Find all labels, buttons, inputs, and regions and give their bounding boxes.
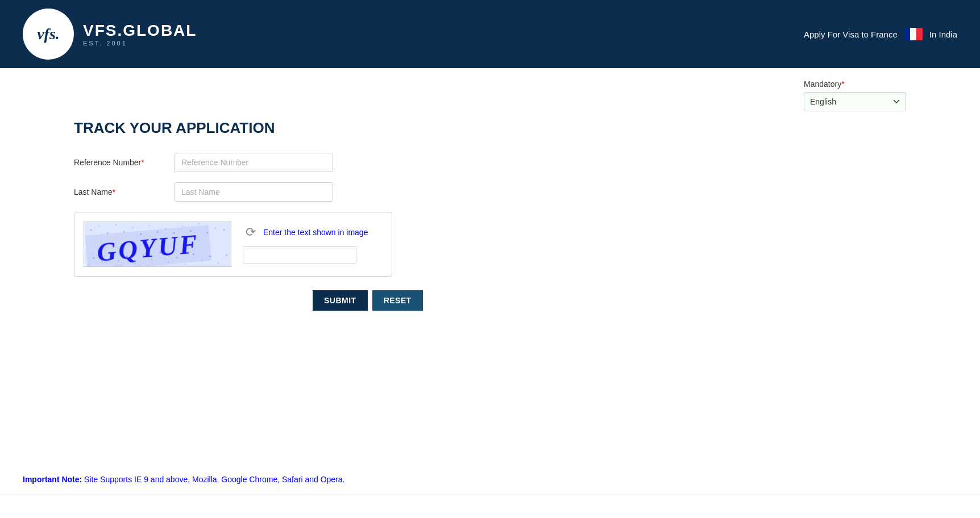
svg-point-6 [132,227,133,228]
svg-point-12 [182,225,183,227]
refresh-icon[interactable]: ⟳ [243,224,259,240]
reference-number-input[interactable] [174,153,333,172]
svg-point-31 [201,260,202,261]
svg-point-14 [198,223,200,224]
important-note-text: Site Supports IE 9 and above, Mozilla, G… [84,475,344,484]
important-note-label: Important Note: [23,475,82,484]
reference-required-star: * [141,158,144,167]
captcha-refresh-row: ⟳ Enter the text shown in image [243,224,383,240]
svg-point-18 [93,257,94,259]
svg-point-27 [168,261,169,262]
svg-point-34 [226,254,227,256]
reset-button[interactable]: RESET [372,290,423,311]
reference-number-group: Reference Number* [74,153,415,172]
reference-number-label: Reference Number* [74,158,165,167]
svg-point-29 [185,264,186,265]
svg-point-17 [223,229,225,231]
captcha-input[interactable] [243,246,356,264]
svg-point-4 [115,224,117,225]
captcha-hint-link: image [346,228,368,237]
header: vfs. VFS.GLOBAL EST. 2001 Apply For Visa… [0,0,980,68]
bottom-section: Important Note: Site Supports IE 9 and a… [0,495,980,518]
svg-point-15 [206,232,208,233]
svg-point-3 [107,232,109,234]
apply-visa-text: Apply For Visa to France [804,30,898,39]
svg-point-33 [218,262,219,264]
svg-point-10 [165,228,167,229]
logo-vfs-text: vfs. [37,26,60,42]
mandatory-text: Mandatory [804,80,841,89]
svg-point-16 [215,228,216,229]
header-right: Apply For Visa to France In India [804,28,957,40]
captcha-hint: Enter the text shown in image [263,228,368,237]
important-note: Important Note: Site Supports IE 9 and a… [23,475,957,484]
logo-circle: vfs. [23,9,74,60]
captcha-right: ⟳ Enter the text shown in image [243,224,383,264]
last-name-label-text: Last Name [74,187,113,197]
mandatory-label: Mandatory* [804,80,906,89]
captcha-image: GQYUF [84,222,231,267]
page-title: TRACK YOUR APPLICATION [74,119,957,137]
svg-point-1 [90,229,92,231]
language-select[interactable]: English French Hindi [804,92,906,111]
svg-point-5 [123,231,125,233]
button-row: SUBMIT RESET [74,290,415,311]
last-name-group: Last Name* [74,182,415,202]
est-label: EST. 2001 [83,40,197,47]
flag-red [916,28,923,40]
france-flag [904,28,923,40]
location-text: In India [929,30,957,39]
last-name-input[interactable] [174,182,333,202]
submit-button[interactable]: SUBMIT [313,290,368,311]
mandatory-area: Mandatory* English French Hindi [804,80,906,111]
lastname-required-star: * [113,187,115,197]
flag-white [910,28,916,40]
captcha-hint-text: Enter the text shown in [263,228,344,237]
mandatory-star: * [841,80,844,89]
last-name-label: Last Name* [74,187,165,197]
form-area: Reference Number* Last Name* [74,153,415,311]
captcha-container: GQYUF ⟳ Enter the text shown in image [74,212,392,277]
brand-info: VFS.GLOBAL EST. 2001 [83,22,197,47]
reference-number-label-text: Reference Number [74,158,141,167]
logo-area: vfs. VFS.GLOBAL EST. 2001 [23,9,197,60]
brand-name: VFS.GLOBAL [83,22,197,40]
svg-point-32 [209,256,211,257]
main-content: Mandatory* English French Hindi TRACK YO… [0,68,980,518]
svg-point-8 [148,225,150,226]
svg-point-2 [99,226,100,227]
flag-blue [904,28,911,40]
